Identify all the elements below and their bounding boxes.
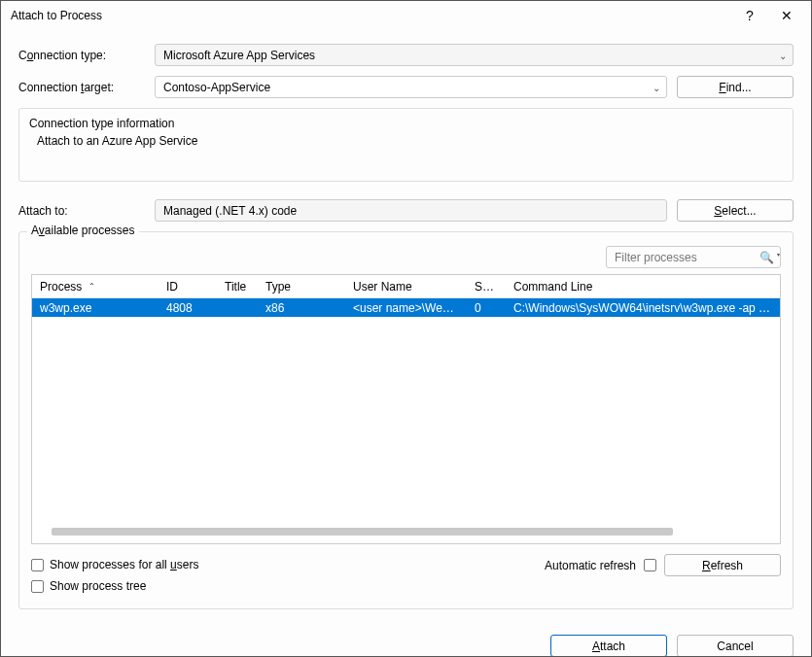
connection-type-value: Microsoft Azure App Services xyxy=(163,49,315,62)
show-all-users-checkbox[interactable] xyxy=(31,559,44,571)
sort-asc-icon: ⌃ xyxy=(88,282,95,291)
refresh-button[interactable]: Refresh xyxy=(664,554,781,576)
show-process-tree-checkbox[interactable] xyxy=(31,580,44,593)
col-title[interactable]: Title xyxy=(217,280,258,294)
search-icon[interactable]: 🔍 xyxy=(759,251,774,264)
cancel-button[interactable]: Cancel xyxy=(677,635,794,657)
find-button[interactable]: Find... xyxy=(677,76,794,98)
process-table: Process⌃ ID Title Type User Name Ses... … xyxy=(31,274,781,544)
auto-refresh-checkbox[interactable] xyxy=(644,559,656,571)
col-process[interactable]: Process⌃ xyxy=(32,280,159,294)
cell-id: 4808 xyxy=(159,301,217,315)
table-header: Process⌃ ID Title Type User Name Ses... … xyxy=(32,275,780,298)
col-session[interactable]: Ses... xyxy=(467,280,506,294)
show-all-users-label: Show processes for all users xyxy=(50,558,198,571)
attach-to-value: Managed (.NET 4.x) code xyxy=(163,204,297,218)
dialog-body: Connection type: Microsoft Azure App Ser… xyxy=(1,30,811,623)
table-row[interactable]: w3wp.exe 4808 x86 <user name>\West-... 0… xyxy=(32,298,780,317)
available-processes-label: Available processes xyxy=(27,224,139,237)
title-bar: Attach to Process ? ✕ xyxy=(1,1,811,30)
checkbox-group: Show processes for all users Show proces… xyxy=(31,554,545,597)
horizontal-scrollbar[interactable] xyxy=(52,528,673,536)
col-type[interactable]: Type xyxy=(258,280,345,294)
filter-input[interactable]: Filter processes 🔍 ▾ xyxy=(606,246,781,268)
close-button[interactable]: ✕ xyxy=(768,2,805,29)
select-button[interactable]: Select... xyxy=(677,199,794,222)
below-table-row: Show processes for all users Show proces… xyxy=(31,554,781,597)
connection-type-row: Connection type: Microsoft Azure App Ser… xyxy=(18,44,794,66)
filter-row: Filter processes 🔍 ▾ xyxy=(31,246,781,268)
connection-info-box: Connection type information Attach to an… xyxy=(18,108,794,182)
connection-type-dropdown[interactable]: Microsoft Azure App Services ⌄ xyxy=(155,44,794,66)
auto-refresh-label: Automatic refresh xyxy=(545,559,636,572)
connection-target-value: Contoso-AppService xyxy=(163,81,270,94)
show-all-users-row: Show processes for all users xyxy=(31,554,545,575)
available-processes-group: Available processes Filter processes 🔍 ▾… xyxy=(18,231,794,609)
chevron-down-icon: ⌄ xyxy=(653,82,660,92)
col-command-line[interactable]: Command Line xyxy=(506,280,780,294)
attach-to-row: Attach to: Managed (.NET 4.x) code Selec… xyxy=(18,199,794,222)
connection-info-title: Connection type information xyxy=(29,117,783,130)
col-id[interactable]: ID xyxy=(159,280,217,294)
attach-to-label: Attach to: xyxy=(18,204,155,218)
connection-type-label: Connection type: xyxy=(18,49,155,62)
chevron-down-icon[interactable]: ▾ xyxy=(777,251,780,258)
cell-session: 0 xyxy=(467,301,506,315)
attach-to-field: Managed (.NET 4.x) code xyxy=(155,199,667,222)
refresh-group: Automatic refresh Refresh xyxy=(545,554,781,576)
show-process-tree-label: Show process tree xyxy=(50,579,146,593)
cell-type: x86 xyxy=(258,301,345,315)
cell-process: w3wp.exe xyxy=(32,301,159,315)
connection-target-dropdown[interactable]: Contoso-AppService ⌄ xyxy=(155,76,667,98)
dialog-title: Attach to Process xyxy=(11,9,731,22)
connection-info-body: Attach to an Azure App Service xyxy=(29,134,783,148)
chevron-down-icon: ⌄ xyxy=(779,50,787,60)
cell-user: <user name>\West-... xyxy=(345,301,467,315)
show-process-tree-row: Show process tree xyxy=(31,575,545,597)
connection-target-label: Connection target: xyxy=(18,81,155,94)
help-button[interactable]: ? xyxy=(731,2,768,29)
col-user[interactable]: User Name xyxy=(345,280,467,294)
dialog-footer: Attach Cancel xyxy=(1,623,811,657)
connection-target-row: Connection target: Contoso-AppService ⌄ … xyxy=(18,76,794,98)
filter-placeholder: Filter processes xyxy=(615,251,697,264)
cell-cmd: C:\Windows\SysWOW64\inetsrv\w3wp.exe -ap… xyxy=(506,301,780,315)
attach-button[interactable]: Attach xyxy=(550,635,667,657)
